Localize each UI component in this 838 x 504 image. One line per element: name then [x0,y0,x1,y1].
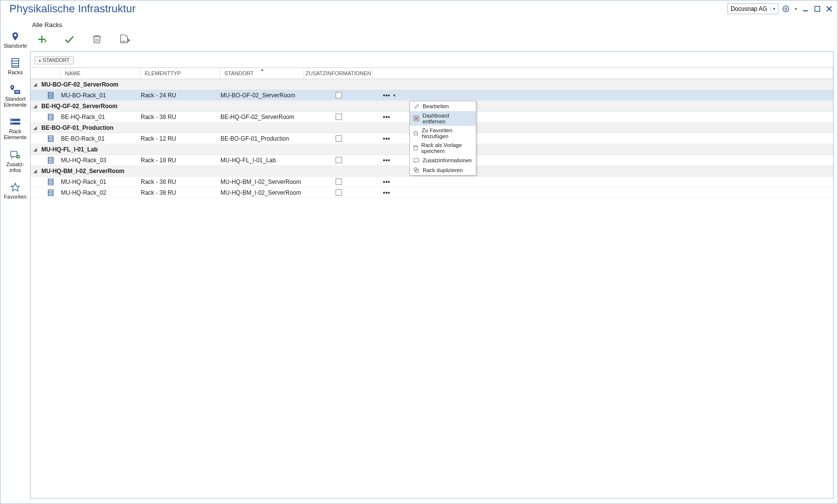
cell-actions: ••• ▾ [373,91,833,99]
ctx-dashboard-remove[interactable]: Dashboard entfernen [410,111,476,126]
rack-icon [47,135,54,142]
collapse-icon[interactable]: ◢ [33,169,38,174]
svg-text:csv: csv [122,40,126,43]
confirm-button[interactable] [62,32,76,46]
sidebar: StandorteRacksStandort ElementeRack Elem… [0,17,30,504]
svg-point-17 [12,123,13,124]
cell-type: Rack - 24 RU [141,92,220,99]
cell-location: MU-BO-GF-02_ServerRoom [220,92,304,99]
row-actions-button[interactable]: ••• [373,189,390,197]
dashboard-remove-icon [413,115,420,122]
ctx-duplicate[interactable]: Rack duplizieren [410,165,476,175]
row-actions-button[interactable]: ••• [373,135,390,143]
section-title: Alle Racks [30,17,834,31]
standorte-icon [8,31,22,42]
ctx-label: Zu Favoriten hinzufügen [422,127,473,139]
extra-info-icon [413,157,420,164]
triangle-up-icon: ▴ [39,58,41,62]
cell-location: BE-HQ-GF-02_ServerRoom [220,114,304,120]
cell-extra [304,92,373,98]
gear-icon[interactable] [781,4,790,13]
svg-rect-13 [15,92,19,92]
header-type[interactable]: ELEMENTTYP [141,68,220,79]
checkbox[interactable] [336,178,342,185]
close-icon[interactable] [825,4,834,13]
add-button[interactable] [35,32,49,46]
ctx-label: Dashboard entfernen [423,113,473,124]
sidebar-item-rack-elemente[interactable]: Rack Elemente [0,117,30,140]
svg-marker-20 [11,183,20,191]
group-chip-label: STANDORT [43,58,69,63]
cell-name: MU-BO-Rack_01 [61,92,141,99]
checkbox[interactable] [336,157,342,163]
ctx-save-template[interactable]: Rack als Vorlage speichern [410,141,476,155]
cell-type: Rack - 12 RU [141,135,220,142]
sidebar-item-label: Favoriten [4,194,27,200]
svg-marker-33 [413,131,418,136]
checkbox[interactable] [336,189,342,196]
minimize-icon[interactable] [801,4,810,13]
context-menu: BearbeitenDashboard entfernenZu Favorite… [409,101,476,176]
collapse-icon[interactable]: ◢ [33,147,38,152]
sidebar-item-racks[interactable]: Racks [0,58,30,75]
zusatz-infos-icon [8,149,22,160]
group-name: MU-HQ-FL_I-01_Lab [41,146,98,153]
header-actions [373,68,833,79]
ctx-extra-info[interactable]: Zusatzinformationen [410,155,476,165]
ctx-favorite-add[interactable]: Zu Favoriten hinzufügen [410,126,476,141]
sidebar-item-standort-elemente[interactable]: Standort Elemente [0,84,30,108]
delete-button[interactable] [90,32,104,46]
cell-name: BE-HQ-Rack_01 [61,114,141,120]
sidebar-item-standorte[interactable]: Standorte [0,31,30,49]
ctx-label: Rack als Vorlage speichern [421,142,473,154]
maximize-icon[interactable] [813,4,822,13]
rack-icon [47,157,54,164]
row-actions-button[interactable]: ••• [373,113,390,121]
header-extra[interactable]: ZUSATZINFORMATIONEN [304,68,373,79]
sort-asc-icon: ▴ [261,67,263,72]
row-actions-button[interactable]: ••• [373,178,390,186]
table-row[interactable]: MU-HQ-Rack_01Rack - 38 RUMU-HQ-BM_I-02_S… [31,177,833,187]
rack-icon [47,114,54,120]
favorite-add-icon [413,130,419,137]
cell-name: MU-HQ-Rack_01 [61,178,141,185]
csv-export-button[interactable]: csv [118,32,131,46]
toolbar: csv [30,31,834,51]
row-actions-button[interactable]: ••• [373,156,390,164]
org-name: Docusnap AG [728,5,770,12]
checkbox[interactable] [336,135,342,142]
rack-icon [47,178,54,185]
duplicate-icon [413,167,420,174]
cell-name: MU-HQ-Rack_03 [61,157,141,164]
edit-icon [413,103,420,110]
gear-dropdown-icon[interactable]: ▾ [793,4,798,13]
row-actions-button[interactable]: ••• ▾ [373,91,396,99]
group-name: MU-BO-GF-02_ServerRoom [41,81,119,88]
group-row[interactable]: ◢MU-BO-GF-02_ServerRoom [31,79,833,90]
svg-rect-18 [11,151,17,156]
header-location[interactable]: STANDORT▴ [220,68,304,79]
sidebar-item-label: Standort Elemente [4,96,27,108]
collapse-icon[interactable]: ◢ [33,104,38,109]
group-chip-standort[interactable]: ▴ STANDORT [34,56,74,64]
checkbox[interactable] [336,92,342,98]
org-selector[interactable]: Docusnap AG ▾ [727,3,778,14]
sidebar-item-favoriten[interactable]: Favoriten [0,182,30,200]
grid-header: NAME ELEMENTTYP STANDORT▴ ZUSATZINFORMAT… [31,67,833,79]
svg-rect-36 [414,158,419,162]
sidebar-item-zusatz-infos[interactable]: Zusatz- infos [0,149,30,173]
checkbox[interactable] [336,114,342,120]
table-row[interactable]: MU-BO-Rack_01Rack - 24 RUMU-BO-GF-02_Ser… [31,90,833,101]
app-title: Physikalische Infrastruktur [4,2,727,15]
ctx-edit[interactable]: Bearbeiten [410,101,476,111]
header-name[interactable]: NAME [61,68,141,79]
svg-point-0 [785,8,787,10]
standort-elemente-icon [8,84,22,95]
sidebar-item-label: Rack Elemente [4,128,27,140]
svg-point-5 [14,34,17,36]
group-name: MU-HQ-BM_I-02_ServerRoom [41,168,124,175]
collapse-icon[interactable]: ◢ [33,125,38,130]
svg-rect-35 [415,146,417,147]
collapse-icon[interactable]: ◢ [33,82,38,87]
table-row[interactable]: MU-HQ-Rack_02Rack - 38 RUMU-HQ-BM_I-02_S… [31,187,833,198]
